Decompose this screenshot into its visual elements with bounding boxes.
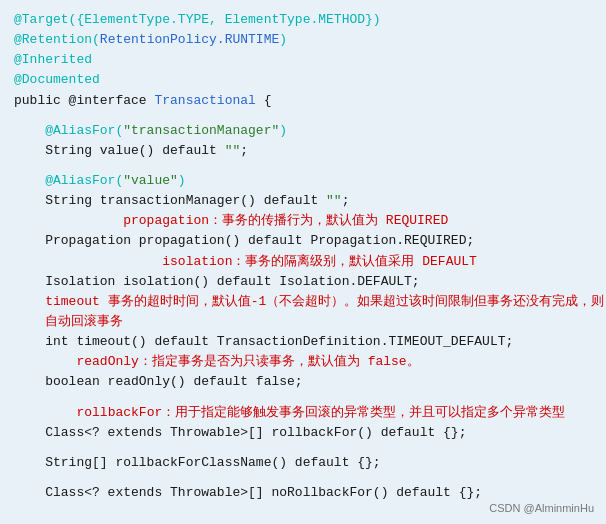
line-8: @AliasFor("value") [14, 171, 592, 191]
alias-value-value: "value" [123, 173, 178, 188]
line-4: @Documented [14, 70, 592, 90]
propagation-comment: propagation：事务的传播行为，默认值为 REQUIRED [123, 213, 448, 228]
blank-line-3 [14, 393, 592, 403]
spacing-6 [14, 405, 76, 420]
annotation-inherited: @Inherited [14, 52, 92, 67]
rollback-method: Class<? extends Throwable>[] rollbackFor… [14, 425, 466, 440]
line-isolation-code: Isolation isolation() default Isolation.… [14, 272, 592, 292]
isolation-method: Isolation isolation() default Isolation.… [14, 274, 420, 289]
timeout-comment-1: timeout 事务的超时时间，默认值-1（不会超时）。如果超过该时间限制但事务… [45, 294, 604, 309]
spacing-5 [14, 354, 76, 369]
line-readonly-comment: readOnly：指定事务是否为只读事务，默认值为 false。 [14, 352, 592, 372]
annotation-retention-close: ) [279, 32, 287, 47]
line-isolation-comment: isolation：事务的隔离级别，默认值采用 DEFAULT [14, 252, 592, 272]
semi-2: ; [342, 193, 350, 208]
blank-line-2 [14, 161, 592, 171]
line-timeout-comment2: 自动回滚事务 [14, 312, 592, 332]
readonly-method: boolean readOnly() default false; [14, 374, 303, 389]
line-propagation-code: Propagation propagation() default Propag… [14, 231, 592, 251]
line-1: @Target({ElementType.TYPE, ElementType.M… [14, 10, 592, 30]
retention-policy: RetentionPolicy.RUNTIME [100, 32, 279, 47]
line-readonly-code: boolean readOnly() default false; [14, 372, 592, 392]
value-method: String value() default [14, 143, 225, 158]
isolation-comment: isolation：事务的隔离级别，默认值采用 DEFAULT [162, 254, 477, 269]
line-timeout-comment1: timeout 事务的超时时间，默认值-1（不会超时）。如果超过该时间限制但事务… [14, 292, 592, 312]
timeout-comment-2: 自动回滚事务 [45, 314, 123, 329]
alias-for-tm-open: @AliasFor( [14, 123, 123, 138]
line-timeout-code: int timeout() default TransactionDefinit… [14, 332, 592, 352]
watermark: CSDN @AlminminHu [489, 502, 594, 514]
line-6: @AliasFor("transactionManager") [14, 121, 592, 141]
open-brace: { [256, 93, 272, 108]
line-2: @Retention(RetentionPolicy.RUNTIME) [14, 30, 592, 50]
norollback-method: Class<? extends Throwable>[] noRollbackF… [14, 485, 482, 500]
line-propagation-comment: propagation：事务的传播行为，默认值为 REQUIRED [14, 211, 592, 231]
alias-for-tm-close: ) [279, 123, 287, 138]
value-default: "" [225, 143, 241, 158]
spacing-3 [14, 294, 45, 309]
alias-for-value-open: @AliasFor( [14, 173, 123, 188]
public-keyword: public @interface [14, 93, 154, 108]
spacing-1 [14, 213, 123, 228]
readonly-comment: readOnly：指定事务是否为只读事务，默认值为 false。 [76, 354, 419, 369]
line-5: public @interface Transactional { [14, 91, 592, 111]
blank-line-1 [14, 111, 592, 121]
propagation-method: Propagation propagation() default Propag… [14, 233, 474, 248]
alias-tm-value: "transactionManager" [123, 123, 279, 138]
line-9: String transactionManager() default ""; [14, 191, 592, 211]
blank-line-5 [14, 473, 592, 483]
annotation-target: @Target({ElementType.TYPE, ElementType.M… [14, 12, 381, 27]
timeout-method: int timeout() default TransactionDefinit… [14, 334, 513, 349]
line-norollback: Class<? extends Throwable>[] noRollbackF… [14, 483, 592, 503]
line-rollback-comment: rollbackFor：用于指定能够触发事务回滚的异常类型，并且可以指定多个异常… [14, 403, 592, 423]
interface-name: Transactional [154, 93, 255, 108]
code-block: @Target({ElementType.TYPE, ElementType.M… [0, 0, 606, 524]
rollback-classname-method: String[] rollbackForClassName() default … [14, 455, 381, 470]
annotation-retention-open: @Retention( [14, 32, 100, 47]
tm-method: String transactionManager() default [14, 193, 326, 208]
line-rollback-classname: String[] rollbackForClassName() default … [14, 453, 592, 473]
line-rollback-code: Class<? extends Throwable>[] rollbackFor… [14, 423, 592, 443]
line-7: String value() default ""; [14, 141, 592, 161]
blank-line-4 [14, 443, 592, 453]
line-3: @Inherited [14, 50, 592, 70]
spacing-2 [14, 254, 162, 269]
semi-1: ; [240, 143, 248, 158]
alias-for-value-close: ) [178, 173, 186, 188]
annotation-documented: @Documented [14, 72, 100, 87]
rollback-comment: rollbackFor：用于指定能够触发事务回滚的异常类型，并且可以指定多个异常… [76, 405, 565, 420]
spacing-4 [14, 314, 45, 329]
tm-default: "" [326, 193, 342, 208]
